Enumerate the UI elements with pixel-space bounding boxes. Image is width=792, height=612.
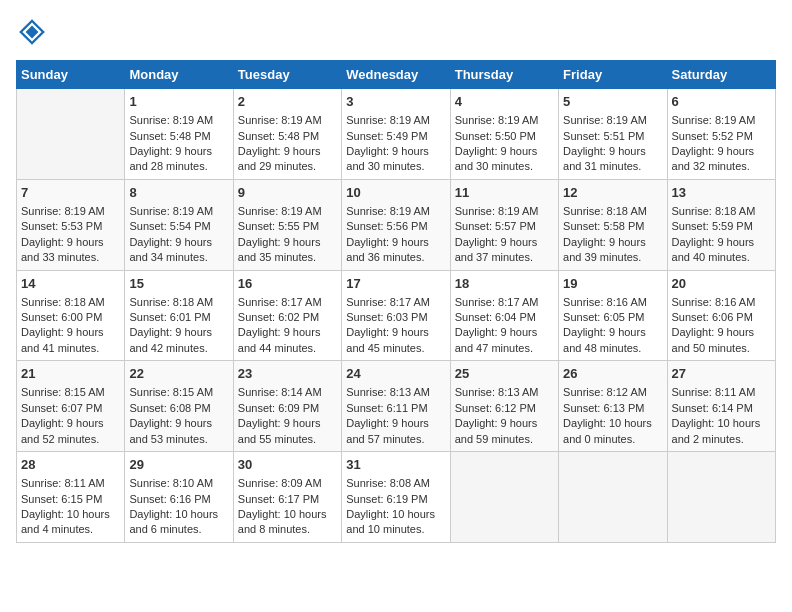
daylight-text: Daylight: 9 hours and 50 minutes. [672,325,771,356]
calendar-cell: 6Sunrise: 8:19 AMSunset: 5:52 PMDaylight… [667,89,775,180]
daylight-text: Daylight: 9 hours and 52 minutes. [21,416,120,447]
sunset-text: Sunset: 6:19 PM [346,492,445,507]
day-number: 25 [455,365,554,383]
day-number: 27 [672,365,771,383]
calendar-cell: 17Sunrise: 8:17 AMSunset: 6:03 PMDayligh… [342,270,450,361]
sunset-text: Sunset: 5:49 PM [346,129,445,144]
sunrise-text: Sunrise: 8:17 AM [238,295,337,310]
sunset-text: Sunset: 5:50 PM [455,129,554,144]
calendar-cell [17,89,125,180]
calendar-cell: 19Sunrise: 8:16 AMSunset: 6:05 PMDayligh… [559,270,667,361]
sunrise-text: Sunrise: 8:15 AM [21,385,120,400]
day-number: 3 [346,93,445,111]
week-row-5: 28Sunrise: 8:11 AMSunset: 6:15 PMDayligh… [17,452,776,543]
sunset-text: Sunset: 6:14 PM [672,401,771,416]
day-number: 30 [238,456,337,474]
calendar-cell: 5Sunrise: 8:19 AMSunset: 5:51 PMDaylight… [559,89,667,180]
sunrise-text: Sunrise: 8:19 AM [346,113,445,128]
sunrise-text: Sunrise: 8:19 AM [238,113,337,128]
calendar-cell: 26Sunrise: 8:12 AMSunset: 6:13 PMDayligh… [559,361,667,452]
calendar-cell: 29Sunrise: 8:10 AMSunset: 6:16 PMDayligh… [125,452,233,543]
daylight-text: Daylight: 10 hours and 8 minutes. [238,507,337,538]
day-number: 19 [563,275,662,293]
calendar-cell [559,452,667,543]
calendar-cell: 23Sunrise: 8:14 AMSunset: 6:09 PMDayligh… [233,361,341,452]
calendar-header-row: SundayMondayTuesdayWednesdayThursdayFrid… [17,61,776,89]
sunset-text: Sunset: 6:17 PM [238,492,337,507]
sunset-text: Sunset: 5:51 PM [563,129,662,144]
sunrise-text: Sunrise: 8:19 AM [21,204,120,219]
day-number: 18 [455,275,554,293]
sunset-text: Sunset: 6:00 PM [21,310,120,325]
daylight-text: Daylight: 9 hours and 31 minutes. [563,144,662,175]
daylight-text: Daylight: 9 hours and 39 minutes. [563,235,662,266]
daylight-text: Daylight: 9 hours and 42 minutes. [129,325,228,356]
sunrise-text: Sunrise: 8:17 AM [346,295,445,310]
calendar-cell: 24Sunrise: 8:13 AMSunset: 6:11 PMDayligh… [342,361,450,452]
day-number: 26 [563,365,662,383]
week-row-1: 1Sunrise: 8:19 AMSunset: 5:48 PMDaylight… [17,89,776,180]
day-number: 20 [672,275,771,293]
sunrise-text: Sunrise: 8:16 AM [563,295,662,310]
day-number: 7 [21,184,120,202]
sunset-text: Sunset: 6:05 PM [563,310,662,325]
sunrise-text: Sunrise: 8:08 AM [346,476,445,491]
week-row-3: 14Sunrise: 8:18 AMSunset: 6:00 PMDayligh… [17,270,776,361]
sunset-text: Sunset: 6:06 PM [672,310,771,325]
header-day-tuesday: Tuesday [233,61,341,89]
day-number: 28 [21,456,120,474]
day-number: 29 [129,456,228,474]
day-number: 21 [21,365,120,383]
sunrise-text: Sunrise: 8:18 AM [563,204,662,219]
sunset-text: Sunset: 6:15 PM [21,492,120,507]
header-day-wednesday: Wednesday [342,61,450,89]
sunset-text: Sunset: 6:12 PM [455,401,554,416]
daylight-text: Daylight: 9 hours and 48 minutes. [563,325,662,356]
sunset-text: Sunset: 6:02 PM [238,310,337,325]
sunset-text: Sunset: 5:55 PM [238,219,337,234]
calendar-cell: 9Sunrise: 8:19 AMSunset: 5:55 PMDaylight… [233,179,341,270]
sunrise-text: Sunrise: 8:19 AM [346,204,445,219]
sunrise-text: Sunrise: 8:11 AM [672,385,771,400]
sunrise-text: Sunrise: 8:18 AM [129,295,228,310]
sunrise-text: Sunrise: 8:16 AM [672,295,771,310]
sunset-text: Sunset: 6:03 PM [346,310,445,325]
sunrise-text: Sunrise: 8:13 AM [346,385,445,400]
calendar-cell: 18Sunrise: 8:17 AMSunset: 6:04 PMDayligh… [450,270,558,361]
daylight-text: Daylight: 9 hours and 28 minutes. [129,144,228,175]
logo-icon [16,16,48,48]
daylight-text: Daylight: 10 hours and 6 minutes. [129,507,228,538]
sunrise-text: Sunrise: 8:17 AM [455,295,554,310]
week-row-2: 7Sunrise: 8:19 AMSunset: 5:53 PMDaylight… [17,179,776,270]
calendar-cell: 10Sunrise: 8:19 AMSunset: 5:56 PMDayligh… [342,179,450,270]
daylight-text: Daylight: 9 hours and 33 minutes. [21,235,120,266]
daylight-text: Daylight: 9 hours and 29 minutes. [238,144,337,175]
day-number: 22 [129,365,228,383]
sunrise-text: Sunrise: 8:19 AM [455,204,554,219]
calendar-table: SundayMondayTuesdayWednesdayThursdayFrid… [16,60,776,543]
day-number: 6 [672,93,771,111]
sunset-text: Sunset: 5:59 PM [672,219,771,234]
header-day-saturday: Saturday [667,61,775,89]
daylight-text: Daylight: 9 hours and 44 minutes. [238,325,337,356]
calendar-cell: 27Sunrise: 8:11 AMSunset: 6:14 PMDayligh… [667,361,775,452]
sunrise-text: Sunrise: 8:12 AM [563,385,662,400]
header-day-sunday: Sunday [17,61,125,89]
daylight-text: Daylight: 9 hours and 36 minutes. [346,235,445,266]
calendar-cell: 12Sunrise: 8:18 AMSunset: 5:58 PMDayligh… [559,179,667,270]
calendar-cell: 8Sunrise: 8:19 AMSunset: 5:54 PMDaylight… [125,179,233,270]
day-number: 9 [238,184,337,202]
day-number: 31 [346,456,445,474]
daylight-text: Daylight: 9 hours and 37 minutes. [455,235,554,266]
sunrise-text: Sunrise: 8:19 AM [129,113,228,128]
daylight-text: Daylight: 9 hours and 34 minutes. [129,235,228,266]
calendar-cell: 22Sunrise: 8:15 AMSunset: 6:08 PMDayligh… [125,361,233,452]
sunrise-text: Sunrise: 8:19 AM [238,204,337,219]
sunrise-text: Sunrise: 8:19 AM [455,113,554,128]
day-number: 23 [238,365,337,383]
daylight-text: Daylight: 9 hours and 57 minutes. [346,416,445,447]
sunrise-text: Sunrise: 8:18 AM [672,204,771,219]
day-number: 17 [346,275,445,293]
header-day-friday: Friday [559,61,667,89]
daylight-text: Daylight: 9 hours and 30 minutes. [455,144,554,175]
